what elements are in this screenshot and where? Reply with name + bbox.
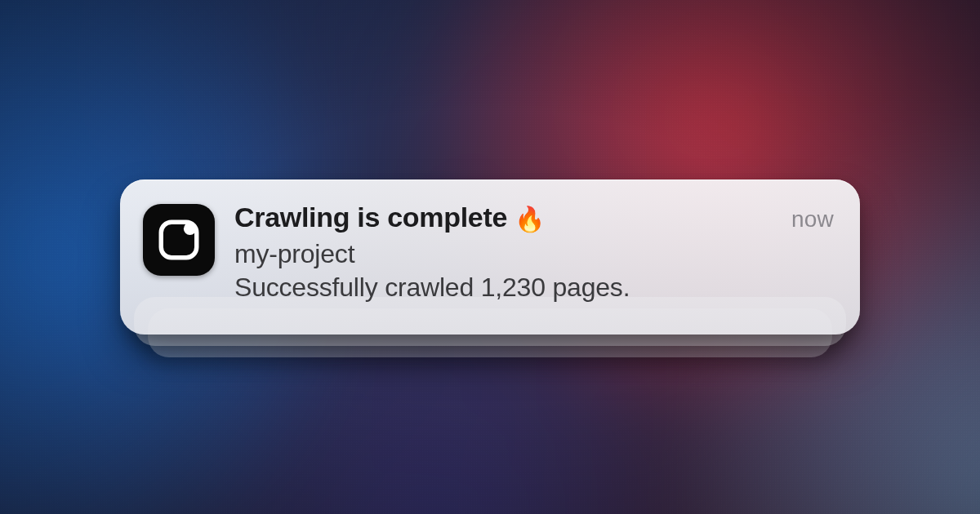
app-icon: [143, 204, 215, 276]
notification-content: Crawling is complete 🔥 now my-project Su…: [234, 199, 834, 303]
notification-title-text: Crawling is complete: [234, 202, 507, 233]
svg-point-1: [184, 223, 196, 235]
notification-header-row: Crawling is complete 🔥 now: [234, 201, 834, 234]
app-square-dot-icon: [155, 216, 203, 264]
notification-app-name: my-project: [234, 239, 834, 269]
notification-card[interactable]: Crawling is complete 🔥 now my-project Su…: [120, 179, 860, 335]
notification-stack: Crawling is complete 🔥 now my-project Su…: [120, 179, 860, 335]
notification-title: Crawling is complete 🔥: [234, 201, 545, 234]
stage: Crawling is complete 🔥 now my-project Su…: [0, 0, 980, 514]
notification-timestamp: now: [791, 206, 834, 233]
fire-icon: 🔥: [514, 206, 545, 233]
notification-body: Successfully crawled 1,230 pages.: [234, 273, 834, 303]
